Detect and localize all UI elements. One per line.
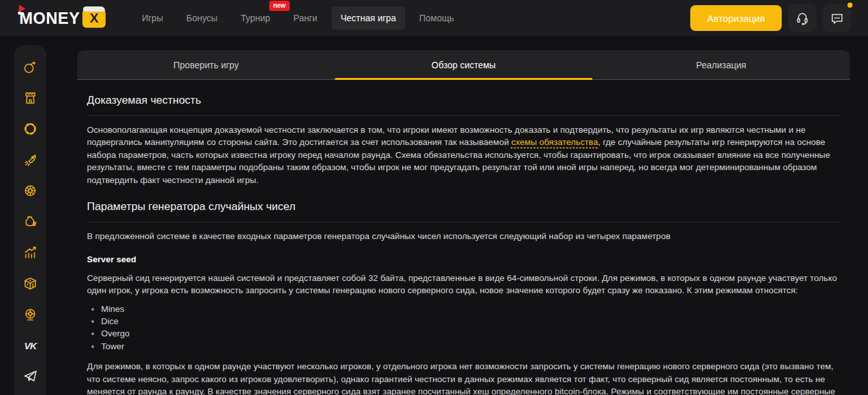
logo-x-badge: X [82,9,106,28]
rng-intro-paragraph: В предложенной системе в качестве входны… [87,230,840,242]
castle-tower-icon [23,90,38,106]
support-button[interactable] [788,4,816,32]
nav-item-help[interactable]: Помощь [410,6,463,30]
sidebar-item-dice[interactable] [22,276,39,291]
ring-icon [23,121,38,137]
sidebar-item-bomb[interactable] [22,59,39,75]
roulette-icon [23,307,38,322]
sidebar-item-ring[interactable] [22,121,39,137]
fortune-wheel-icon [23,183,38,198]
moneybag-icon [23,214,38,229]
sidebar-item-castle[interactable] [22,90,39,106]
section-title-rng-parameters: Параметры генератора случайных чисел [87,200,840,222]
list-item-overgo: Overgo [101,327,840,340]
header: MONEY X Игры Бонусы Турнир new Ранги Чес… [0,0,868,36]
tab-bar: Проверить игру Обзор системы Реализация [77,50,850,80]
tab-check-game[interactable]: Проверить игру [77,50,335,79]
server-seed-heading: Server seed [87,255,840,264]
tab-system-overview[interactable]: Обзор системы [335,50,592,79]
chat-button[interactable] [823,4,851,32]
server-seed-paragraph-1: Серверный сид генерируется нашей системо… [87,272,840,297]
commitment-scheme-link[interactable]: схемы обязательства [511,137,598,147]
growth-chart-icon [23,245,38,260]
logo[interactable]: MONEY X [19,9,106,28]
main-area: VK Проверить игру Обзор системы Реализац… [0,36,868,395]
section-title-provable-fairness: Доказуемая честность [87,94,840,116]
list-item-dice: Dice [101,315,840,327]
nav-item-tournament[interactable]: Турнир new [232,6,279,30]
bomb-icon [23,59,38,75]
tab-implementation[interactable]: Реализация [592,50,850,79]
sidebar-item-roulette[interactable] [22,307,39,322]
content-body: Доказуемая честность Основополагающая ко… [77,94,850,395]
sidebar-item-moneybag[interactable] [22,214,39,229]
sidebar-item-wheel[interactable] [22,183,39,198]
main-nav: Игры Бонусы Турнир new Ранги Честная игр… [133,6,463,30]
sidebar-item-chart[interactable] [22,245,39,260]
nav-item-tournament-label: Турнир [241,13,270,23]
dice-icon [23,276,38,291]
notification-dot [846,1,854,9]
provable-fairness-paragraph: Основополагающая концепция доказуемой че… [87,124,840,186]
headset-icon [795,10,810,26]
nav-item-bonuses[interactable]: Бонусы [177,6,227,30]
logo-text: MONEY [19,9,80,28]
chat-icon [829,10,845,26]
rocket-icon [23,152,38,168]
vk-icon: VK [24,340,37,351]
header-right: Авторизация [690,4,851,32]
nav-item-fair-game[interactable]: Честная игра [332,6,405,30]
nav-item-ranks[interactable]: Ранги [285,6,326,30]
sidebar-item-telegram[interactable] [22,369,39,384]
list-item-tower: Tower [101,340,840,352]
sidebar-item-rocket[interactable] [22,152,39,168]
modes-list: Mines Dice Overgo Tower [91,303,840,353]
sidebar: VK [14,45,46,395]
authorization-button[interactable]: Авторизация [690,5,782,31]
server-seed-paragraph-2: Для режимов, в которых в одном раунде уч… [87,360,840,395]
telegram-icon [23,369,38,384]
list-item-mines: Mines [101,303,840,315]
content-panel: Проверить игру Обзор системы Реализация … [77,50,850,395]
sidebar-item-vk[interactable]: VK [22,338,39,353]
nav-item-games[interactable]: Игры [133,6,172,30]
